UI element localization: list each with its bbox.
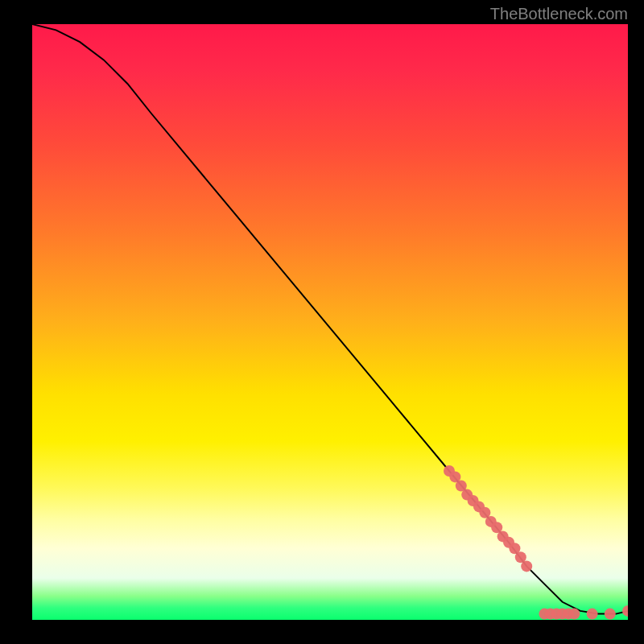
data-marker — [605, 609, 616, 620]
data-marker — [568, 609, 580, 620]
data-marker — [587, 609, 598, 620]
data-markers-group — [444, 465, 628, 620]
chart-plot-area — [32, 24, 628, 620]
attribution-text: TheBottleneck.com — [490, 5, 628, 23]
data-marker — [622, 605, 628, 617]
main-curve — [32, 24, 628, 614]
chart-overlay-svg — [32, 24, 628, 620]
data-marker — [521, 560, 532, 572]
